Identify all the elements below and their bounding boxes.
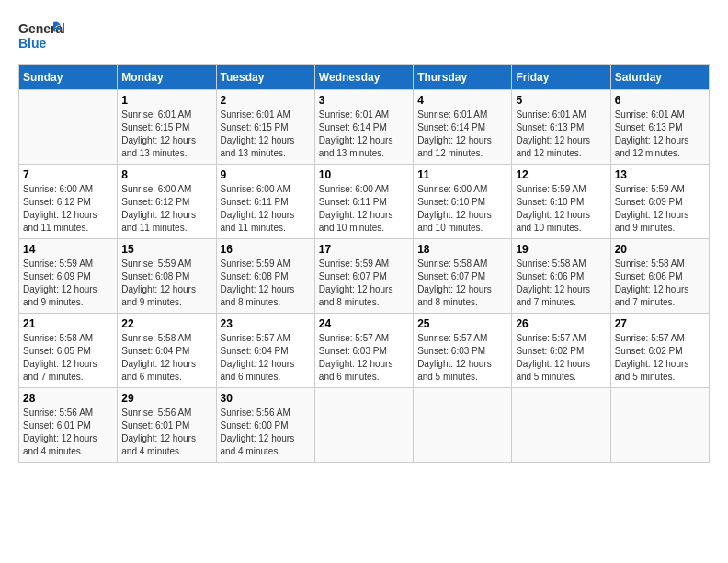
calendar-cell: 30Sunrise: 5:56 AM Sunset: 6:00 PM Dayli… bbox=[216, 388, 314, 463]
calendar-cell bbox=[610, 388, 709, 463]
calendar-cell: 27Sunrise: 5:57 AM Sunset: 6:02 PM Dayli… bbox=[610, 314, 709, 388]
calendar-cell: 24Sunrise: 5:57 AM Sunset: 6:03 PM Dayli… bbox=[314, 314, 413, 388]
day-number: 28 bbox=[23, 392, 113, 405]
calendar-week-4: 28Sunrise: 5:56 AM Sunset: 6:01 PM Dayli… bbox=[19, 388, 710, 463]
day-info: Sunrise: 6:01 AM Sunset: 6:14 PM Dayligh… bbox=[417, 109, 507, 160]
day-number: 22 bbox=[121, 317, 211, 330]
day-number: 20 bbox=[615, 243, 705, 256]
day-info: Sunrise: 6:01 AM Sunset: 6:13 PM Dayligh… bbox=[615, 109, 705, 160]
day-number: 27 bbox=[615, 317, 705, 330]
calendar-cell: 28Sunrise: 5:56 AM Sunset: 6:01 PM Dayli… bbox=[19, 388, 118, 463]
calendar-cell bbox=[414, 388, 512, 463]
calendar-cell: 1Sunrise: 6:01 AM Sunset: 6:15 PM Daylig… bbox=[118, 90, 216, 165]
day-number: 3 bbox=[319, 94, 409, 107]
day-number: 11 bbox=[417, 168, 507, 181]
calendar-cell: 4Sunrise: 6:01 AM Sunset: 6:14 PM Daylig… bbox=[414, 90, 512, 165]
calendar-week-0: 1Sunrise: 6:01 AM Sunset: 6:15 PM Daylig… bbox=[19, 90, 710, 165]
day-info: Sunrise: 6:01 AM Sunset: 6:15 PM Dayligh… bbox=[121, 109, 211, 160]
calendar-cell: 20Sunrise: 5:58 AM Sunset: 6:06 PM Dayli… bbox=[610, 239, 709, 314]
day-number: 15 bbox=[121, 243, 211, 256]
day-info: Sunrise: 6:00 AM Sunset: 6:11 PM Dayligh… bbox=[221, 183, 311, 235]
day-number: 8 bbox=[121, 168, 211, 181]
logo-svg: GeneralBlue bbox=[18, 18, 64, 55]
day-info: Sunrise: 6:00 AM Sunset: 6:11 PM Dayligh… bbox=[319, 183, 409, 235]
calendar-cell: 16Sunrise: 5:59 AM Sunset: 6:08 PM Dayli… bbox=[216, 239, 314, 314]
calendar-cell: 10Sunrise: 6:00 AM Sunset: 6:11 PM Dayli… bbox=[314, 165, 413, 239]
calendar-cell: 9Sunrise: 6:00 AM Sunset: 6:11 PM Daylig… bbox=[216, 165, 314, 239]
day-info: Sunrise: 5:56 AM Sunset: 6:01 PM Dayligh… bbox=[121, 407, 211, 458]
day-number: 13 bbox=[615, 168, 705, 181]
day-number: 12 bbox=[516, 168, 606, 181]
day-number: 17 bbox=[319, 243, 409, 256]
day-info: Sunrise: 5:57 AM Sunset: 6:03 PM Dayligh… bbox=[319, 332, 409, 384]
day-info: Sunrise: 6:00 AM Sunset: 6:12 PM Dayligh… bbox=[23, 183, 113, 235]
calendar-cell: 26Sunrise: 5:57 AM Sunset: 6:02 PM Dayli… bbox=[512, 314, 610, 388]
calendar-cell: 14Sunrise: 5:59 AM Sunset: 6:09 PM Dayli… bbox=[19, 239, 118, 314]
day-info: Sunrise: 5:59 AM Sunset: 6:08 PM Dayligh… bbox=[121, 258, 211, 309]
day-info: Sunrise: 5:58 AM Sunset: 6:04 PM Dayligh… bbox=[121, 332, 211, 384]
day-info: Sunrise: 5:57 AM Sunset: 6:02 PM Dayligh… bbox=[516, 332, 606, 384]
day-number: 29 bbox=[121, 392, 211, 405]
day-info: Sunrise: 5:57 AM Sunset: 6:03 PM Dayligh… bbox=[417, 332, 507, 384]
calendar-cell: 25Sunrise: 5:57 AM Sunset: 6:03 PM Dayli… bbox=[414, 314, 512, 388]
day-number: 9 bbox=[221, 168, 311, 181]
calendar-cell: 29Sunrise: 5:56 AM Sunset: 6:01 PM Dayli… bbox=[118, 388, 216, 463]
calendar-cell: 2Sunrise: 6:01 AM Sunset: 6:15 PM Daylig… bbox=[216, 90, 314, 165]
calendar-week-1: 7Sunrise: 6:00 AM Sunset: 6:12 PM Daylig… bbox=[19, 165, 710, 239]
day-info: Sunrise: 5:59 AM Sunset: 6:07 PM Dayligh… bbox=[319, 258, 409, 309]
day-number: 16 bbox=[221, 243, 311, 256]
calendar-cell: 17Sunrise: 5:59 AM Sunset: 6:07 PM Dayli… bbox=[314, 239, 413, 314]
day-info: Sunrise: 5:56 AM Sunset: 6:01 PM Dayligh… bbox=[23, 407, 113, 458]
day-number: 2 bbox=[221, 94, 311, 107]
calendar-cell: 22Sunrise: 5:58 AM Sunset: 6:04 PM Dayli… bbox=[118, 314, 216, 388]
calendar-cell: 3Sunrise: 6:01 AM Sunset: 6:14 PM Daylig… bbox=[314, 90, 413, 165]
header-tuesday: Tuesday bbox=[216, 65, 314, 90]
calendar-cell: 5Sunrise: 6:01 AM Sunset: 6:13 PM Daylig… bbox=[512, 90, 610, 165]
calendar-week-3: 21Sunrise: 5:58 AM Sunset: 6:05 PM Dayli… bbox=[19, 314, 710, 388]
logo: GeneralBlue bbox=[18, 18, 64, 55]
page-header: GeneralBlue bbox=[18, 18, 710, 55]
calendar-cell: 18Sunrise: 5:58 AM Sunset: 6:07 PM Dayli… bbox=[414, 239, 512, 314]
calendar-cell bbox=[512, 388, 610, 463]
day-info: Sunrise: 5:56 AM Sunset: 6:00 PM Dayligh… bbox=[221, 407, 311, 458]
day-number: 30 bbox=[221, 392, 311, 405]
day-info: Sunrise: 5:59 AM Sunset: 6:09 PM Dayligh… bbox=[23, 258, 113, 309]
calendar-cell: 21Sunrise: 5:58 AM Sunset: 6:05 PM Dayli… bbox=[19, 314, 118, 388]
day-info: Sunrise: 5:58 AM Sunset: 6:07 PM Dayligh… bbox=[417, 258, 507, 309]
calendar-week-2: 14Sunrise: 5:59 AM Sunset: 6:09 PM Dayli… bbox=[19, 239, 710, 314]
day-number: 5 bbox=[516, 94, 606, 107]
day-number: 23 bbox=[221, 317, 311, 330]
calendar-cell bbox=[19, 90, 118, 165]
day-number: 10 bbox=[319, 168, 409, 181]
calendar-cell: 6Sunrise: 6:01 AM Sunset: 6:13 PM Daylig… bbox=[610, 90, 709, 165]
day-info: Sunrise: 5:57 AM Sunset: 6:02 PM Dayligh… bbox=[615, 332, 705, 384]
header-saturday: Saturday bbox=[610, 65, 709, 90]
day-info: Sunrise: 6:00 AM Sunset: 6:12 PM Dayligh… bbox=[121, 183, 211, 235]
calendar-cell: 23Sunrise: 5:57 AM Sunset: 6:04 PM Dayli… bbox=[216, 314, 314, 388]
day-info: Sunrise: 5:58 AM Sunset: 6:06 PM Dayligh… bbox=[615, 258, 705, 309]
day-number: 7 bbox=[23, 168, 113, 181]
header-thursday: Thursday bbox=[414, 65, 512, 90]
calendar-cell: 13Sunrise: 5:59 AM Sunset: 6:09 PM Dayli… bbox=[610, 165, 709, 239]
day-number: 18 bbox=[417, 243, 507, 256]
header-wednesday: Wednesday bbox=[314, 65, 413, 90]
day-number: 19 bbox=[516, 243, 606, 256]
header-friday: Friday bbox=[512, 65, 610, 90]
day-number: 21 bbox=[23, 317, 113, 330]
day-info: Sunrise: 5:57 AM Sunset: 6:04 PM Dayligh… bbox=[221, 332, 311, 384]
day-number: 14 bbox=[23, 243, 113, 256]
header-monday: Monday bbox=[118, 65, 216, 90]
calendar-header-row: SundayMondayTuesdayWednesdayThursdayFrid… bbox=[19, 65, 710, 90]
day-number: 26 bbox=[516, 317, 606, 330]
calendar-cell: 7Sunrise: 6:00 AM Sunset: 6:12 PM Daylig… bbox=[19, 165, 118, 239]
svg-text:Blue: Blue bbox=[18, 36, 47, 51]
day-info: Sunrise: 5:59 AM Sunset: 6:08 PM Dayligh… bbox=[221, 258, 311, 309]
day-number: 24 bbox=[319, 317, 409, 330]
calendar-cell: 11Sunrise: 6:00 AM Sunset: 6:10 PM Dayli… bbox=[414, 165, 512, 239]
day-info: Sunrise: 6:01 AM Sunset: 6:14 PM Dayligh… bbox=[319, 109, 409, 160]
day-number: 6 bbox=[615, 94, 705, 107]
day-info: Sunrise: 6:01 AM Sunset: 6:13 PM Dayligh… bbox=[516, 109, 606, 160]
calendar-cell: 15Sunrise: 5:59 AM Sunset: 6:08 PM Dayli… bbox=[118, 239, 216, 314]
day-info: Sunrise: 6:00 AM Sunset: 6:10 PM Dayligh… bbox=[417, 183, 507, 235]
day-info: Sunrise: 5:58 AM Sunset: 6:05 PM Dayligh… bbox=[23, 332, 113, 384]
